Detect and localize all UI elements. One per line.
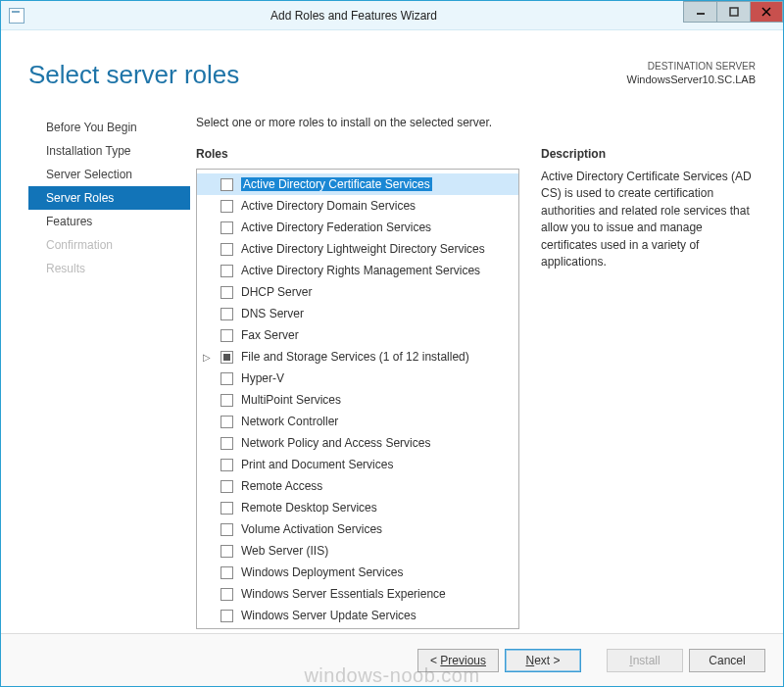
role-checkbox[interactable] — [220, 265, 233, 277]
role-label: Active Directory Lightweight Directory S… — [241, 242, 485, 256]
role-row[interactable]: Windows Server Essentials Experience — [197, 583, 518, 605]
svg-rect-1 — [730, 8, 738, 16]
role-row[interactable]: Remote Desktop Services — [197, 497, 518, 518]
window-controls — [683, 1, 783, 29]
role-label: Active Directory Federation Services — [241, 221, 431, 234]
nav-item[interactable]: Features — [28, 210, 190, 233]
description-column: Description Active Directory Certificate… — [541, 147, 756, 633]
close-icon — [761, 7, 771, 17]
role-label: Active Directory Certificate Services — [241, 177, 432, 191]
body-row: Before You BeginInstallation TypeServer … — [28, 116, 756, 633]
nav-item[interactable]: Server Roles — [28, 186, 190, 210]
role-label: Windows Server Update Services — [241, 609, 416, 622]
roles-listbox[interactable]: Active Directory Certificate ServicesAct… — [196, 169, 519, 629]
chevron-right-icon[interactable]: ▷ — [203, 352, 213, 363]
nav-item[interactable]: Installation Type — [28, 139, 190, 163]
role-checkbox[interactable] — [220, 545, 233, 558]
nav-item: Confirmation — [28, 233, 190, 257]
role-row[interactable]: Active Directory Lightweight Directory S… — [197, 238, 518, 260]
role-label: Volume Activation Services — [241, 522, 382, 536]
role-label: DHCP Server — [241, 285, 312, 299]
install-button[interactable]: Install — [607, 649, 683, 672]
app-icon — [9, 8, 24, 24]
destination-value: WindowsServer10.SC.LAB — [627, 73, 756, 86]
role-row[interactable]: Windows Deployment Services — [197, 562, 518, 583]
nav-item[interactable]: Server Selection — [28, 163, 190, 186]
role-checkbox[interactable] — [220, 243, 233, 256]
page-title: Select server roles — [28, 60, 239, 90]
role-checkbox[interactable] — [220, 394, 233, 407]
columns: Roles Active Directory Certificate Servi… — [196, 147, 756, 633]
role-checkbox[interactable] — [220, 502, 233, 515]
role-checkbox[interactable] — [220, 286, 233, 299]
role-label: Fax Server — [241, 328, 299, 342]
role-checkbox[interactable] — [220, 566, 233, 579]
role-row[interactable]: Web Server (IIS) — [197, 540, 518, 562]
role-label: Active Directory Domain Services — [241, 199, 416, 213]
role-row[interactable]: Active Directory Rights Management Servi… — [197, 260, 518, 281]
description-section-label: Description — [541, 147, 756, 161]
button-bar: < Previous Next > Install Cancel windows… — [1, 633, 783, 686]
role-checkbox[interactable] — [220, 351, 233, 364]
role-row[interactable]: Active Directory Domain Services — [197, 195, 518, 217]
main-col: Select one or more roles to install on t… — [190, 116, 756, 633]
role-row[interactable]: Remote Access — [197, 475, 518, 497]
role-row[interactable]: DHCP Server — [197, 281, 518, 303]
role-row[interactable]: ▷File and Storage Services (1 of 12 inst… — [197, 346, 518, 368]
role-row[interactable]: Network Controller — [197, 411, 518, 432]
previous-label: Previous — [440, 654, 486, 667]
role-checkbox[interactable] — [220, 178, 233, 191]
role-row[interactable]: Windows Server Update Services — [197, 605, 518, 626]
role-row[interactable]: Print and Document Services — [197, 454, 518, 475]
nav-sidebar: Before You BeginInstallation TypeServer … — [28, 116, 190, 633]
role-label: Network Controller — [241, 415, 338, 428]
close-button[interactable] — [750, 1, 783, 23]
next-label: Next > — [525, 654, 560, 667]
instruction-text: Select one or more roles to install on t… — [196, 116, 756, 129]
role-checkbox[interactable] — [220, 200, 233, 213]
previous-button[interactable]: < Previous — [417, 649, 499, 672]
role-row[interactable]: DNS Server — [197, 303, 518, 324]
cancel-button[interactable]: Cancel — [689, 649, 765, 672]
role-row[interactable]: Volume Activation Services — [197, 518, 518, 540]
role-checkbox[interactable] — [220, 416, 233, 428]
role-label: Hyper-V — [241, 371, 284, 385]
window-title: Add Roles and Features Wizard — [24, 9, 683, 23]
role-checkbox[interactable] — [220, 372, 233, 385]
role-label: Web Server (IIS) — [241, 544, 328, 558]
role-checkbox[interactable] — [220, 308, 233, 320]
install-label: Install — [629, 654, 660, 667]
roles-section-label: Roles — [196, 147, 519, 161]
maximize-icon — [729, 7, 739, 17]
next-button[interactable]: Next > — [505, 649, 581, 672]
role-checkbox[interactable] — [220, 329, 233, 342]
titlebar: Add Roles and Features Wizard — [1, 1, 783, 30]
role-row[interactable]: Fax Server — [197, 324, 518, 346]
role-row[interactable]: Network Policy and Access Services — [197, 432, 518, 454]
minimize-button[interactable] — [683, 1, 716, 23]
role-label: DNS Server — [241, 307, 304, 320]
role-row[interactable]: MultiPoint Services — [197, 389, 518, 411]
role-label: Remote Desktop Services — [241, 501, 377, 515]
maximize-button[interactable] — [716, 1, 750, 23]
role-checkbox[interactable] — [220, 523, 233, 536]
role-checkbox[interactable] — [220, 221, 233, 234]
role-row[interactable]: Active Directory Certificate Services — [197, 173, 518, 195]
role-checkbox[interactable] — [220, 459, 233, 471]
role-row[interactable]: Hyper-V — [197, 368, 518, 389]
role-checkbox[interactable] — [220, 437, 233, 450]
header-row: Select server roles DESTINATION SERVER W… — [28, 60, 756, 90]
role-row[interactable]: Active Directory Federation Services — [197, 217, 518, 238]
nav-item: Results — [28, 257, 190, 280]
role-checkbox[interactable] — [220, 588, 233, 601]
wizard-window: Add Roles and Features Wizard Select ser… — [0, 0, 784, 687]
role-checkbox[interactable] — [220, 480, 233, 493]
role-label: MultiPoint Services — [241, 393, 341, 407]
nav-item[interactable]: Before You Begin — [28, 116, 190, 139]
roles-column: Roles Active Directory Certificate Servi… — [196, 147, 519, 633]
role-label: File and Storage Services (1 of 12 insta… — [241, 350, 469, 364]
role-label: Windows Server Essentials Experience — [241, 587, 446, 601]
destination-label: DESTINATION SERVER — [627, 60, 756, 73]
role-checkbox[interactable] — [220, 610, 233, 622]
content-area: Select server roles DESTINATION SERVER W… — [1, 30, 783, 633]
